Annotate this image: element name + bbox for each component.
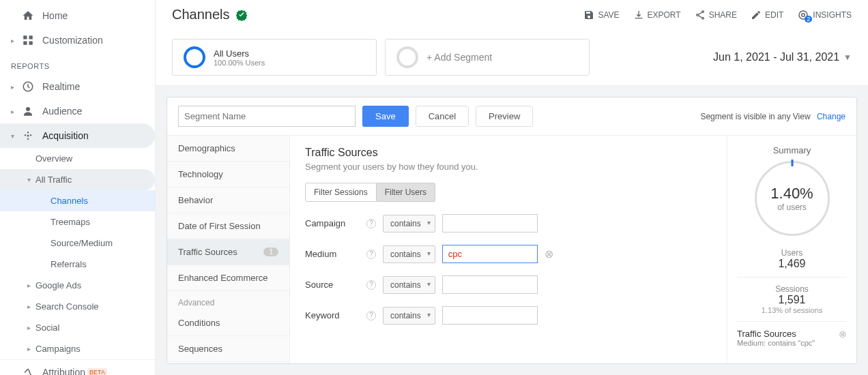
cancel-button[interactable]: Cancel bbox=[416, 106, 469, 127]
person-icon bbox=[20, 105, 35, 117]
medium-input[interactable] bbox=[442, 245, 538, 263]
left-item-demographics[interactable]: Demographics bbox=[167, 136, 289, 162]
visibility-text: Segment is visible in any View Change bbox=[700, 112, 845, 121]
medium-match-dropdown[interactable]: contains bbox=[383, 245, 435, 263]
sidebar-sub-referrals[interactable]: Referrals bbox=[0, 254, 155, 275]
sidebar-item-audience[interactable]: ▸ Audience bbox=[0, 99, 155, 123]
insights-button[interactable]: 2INSIGHTS bbox=[797, 9, 852, 21]
summary-pct-label: of users bbox=[777, 202, 807, 212]
svg-point-8 bbox=[696, 14, 698, 16]
sidebar-sub-channels[interactable]: Channels bbox=[0, 190, 155, 211]
svg-rect-2 bbox=[23, 42, 27, 45]
sidebar-item-attribution[interactable]: Attribution BETA bbox=[0, 360, 155, 375]
left-item-date-first[interactable]: Date of First Session bbox=[167, 213, 289, 239]
expand-arrow: ▸ bbox=[11, 37, 18, 44]
svg-point-7 bbox=[701, 11, 704, 13]
sidebar-sub-search-console[interactable]: ▸Search Console bbox=[0, 296, 155, 317]
home-icon bbox=[20, 10, 35, 22]
segment-name-input[interactable] bbox=[178, 106, 356, 127]
edit-button[interactable]: EDIT bbox=[751, 10, 783, 20]
sidebar-sub-campaigns[interactable]: ▸Campaigns bbox=[0, 338, 155, 359]
source-input[interactable] bbox=[442, 275, 538, 294]
help-icon[interactable]: ? bbox=[366, 311, 376, 320]
help-icon[interactable]: ? bbox=[366, 250, 376, 259]
sidebar-sub-label: All Traffic bbox=[35, 175, 72, 185]
expand-arrow: ▸ bbox=[11, 108, 18, 115]
svg-point-6 bbox=[27, 135, 29, 137]
sidebar-item-home[interactable]: Home bbox=[0, 3, 155, 28]
segment-circle-empty-icon bbox=[396, 46, 418, 68]
reports-label: REPORTS bbox=[0, 52, 155, 74]
share-icon bbox=[695, 10, 706, 20]
campaign-row: Campaign ? contains bbox=[305, 214, 712, 232]
segment-all-users[interactable]: All Users 100.00% Users bbox=[172, 39, 377, 76]
sidebar-sub-google-ads[interactable]: ▸Google Ads bbox=[0, 275, 155, 296]
expand-arrow: ▾ bbox=[27, 176, 35, 183]
sidebar-sub-all-traffic[interactable]: ▾ All Traffic bbox=[0, 169, 155, 190]
left-item-traffic-sources[interactable]: Traffic Sources 1 bbox=[167, 239, 289, 265]
page-header: Channels SAVE EXPORT SHARE EDIT 2INSIGHT… bbox=[156, 0, 868, 29]
help-icon[interactable]: ? bbox=[366, 280, 376, 290]
svg-rect-1 bbox=[29, 35, 33, 39]
preview-button[interactable]: Preview bbox=[476, 106, 533, 127]
source-label: Source bbox=[305, 280, 360, 290]
editor-center: Traffic Sources Segment your users by ho… bbox=[290, 136, 727, 363]
remove-filter-icon[interactable]: ⊗ bbox=[545, 247, 553, 260]
segment-circle-icon bbox=[184, 46, 205, 68]
filter-sessions-tab[interactable]: Filter Sessions bbox=[305, 183, 377, 202]
campaign-match-dropdown[interactable]: contains bbox=[383, 215, 435, 232]
segment-row: All Users 100.00% Users + Add Segment Ju… bbox=[156, 29, 868, 86]
sidebar-sub-social[interactable]: ▸Social bbox=[0, 317, 155, 338]
left-item-conditions[interactable]: Conditions bbox=[167, 310, 289, 336]
date-range-picker[interactable]: Jun 1, 2021 - Jul 31, 2021 ▼ bbox=[713, 51, 852, 63]
sidebar-item-label: Home bbox=[42, 10, 68, 21]
source-row: Source ? contains bbox=[305, 275, 712, 294]
left-item-behavior[interactable]: Behavior bbox=[167, 188, 289, 213]
save-button[interactable]: SAVE bbox=[583, 10, 619, 20]
share-button[interactable]: SHARE bbox=[695, 10, 737, 20]
chevron-down-icon: ▼ bbox=[843, 52, 852, 62]
remove-applied-filter-icon[interactable]: ⊗ bbox=[839, 329, 847, 340]
source-match-dropdown[interactable]: contains bbox=[383, 276, 435, 294]
campaign-label: Campaign bbox=[305, 218, 360, 228]
left-item-enhanced-ecom[interactable]: Enhanced Ecommerce bbox=[167, 265, 289, 291]
expand-arrow: ▸ bbox=[11, 83, 18, 91]
beta-badge: BETA bbox=[87, 368, 107, 375]
keyword-row: Keyword ? contains bbox=[305, 306, 712, 325]
sidebar-item-realtime[interactable]: ▸ Realtime bbox=[0, 74, 155, 99]
help-icon[interactable]: ? bbox=[366, 219, 376, 228]
clock-icon bbox=[20, 80, 35, 93]
add-segment-button[interactable]: + Add Segment bbox=[385, 39, 590, 76]
sidebar-item-acquisition[interactable]: ▾ Acquisition bbox=[0, 123, 155, 148]
keyword-match-dropdown[interactable]: contains bbox=[383, 307, 435, 325]
campaign-input[interactable] bbox=[442, 214, 538, 232]
change-link[interactable]: Change bbox=[817, 112, 845, 121]
sessions-metric: Sessions 1,591 1.13% of sessions bbox=[737, 278, 847, 322]
sidebar-sub-overview[interactable]: Overview bbox=[0, 148, 155, 169]
main-content: Channels SAVE EXPORT SHARE EDIT 2INSIGHT… bbox=[156, 0, 868, 375]
filter-count-badge: 1 bbox=[263, 247, 278, 256]
customization-icon bbox=[20, 34, 35, 46]
summary-title: Summary bbox=[737, 145, 847, 155]
section-title: Traffic Sources bbox=[305, 147, 712, 159]
expand-arrow: ▾ bbox=[11, 132, 18, 140]
sidebar-sub-source-medium[interactable]: Source/Medium bbox=[0, 232, 155, 254]
attribution-icon bbox=[20, 366, 35, 375]
left-item-technology[interactable]: Technology bbox=[167, 162, 289, 188]
sidebar-item-label: Acquisition bbox=[42, 130, 89, 141]
segment-sub: 100.00% Users bbox=[214, 59, 265, 67]
insights-icon: 2 bbox=[797, 9, 809, 21]
save-button[interactable]: Save bbox=[362, 106, 409, 127]
filter-users-tab[interactable]: Filter Users bbox=[377, 183, 435, 202]
medium-row: Medium ? contains ⊗ bbox=[305, 245, 712, 263]
sidebar-sub-treemaps[interactable]: Treemaps bbox=[0, 211, 155, 232]
svg-point-5 bbox=[26, 107, 30, 111]
pencil-icon bbox=[751, 10, 762, 20]
page-title: Channels bbox=[172, 7, 230, 22]
keyword-input[interactable] bbox=[442, 306, 538, 325]
export-button[interactable]: EXPORT bbox=[633, 10, 681, 20]
export-icon bbox=[633, 10, 644, 20]
advanced-label: Advanced bbox=[167, 291, 289, 310]
left-item-sequences[interactable]: Sequences bbox=[167, 336, 289, 362]
sidebar-item-customization[interactable]: ▸ Customization bbox=[0, 28, 155, 52]
